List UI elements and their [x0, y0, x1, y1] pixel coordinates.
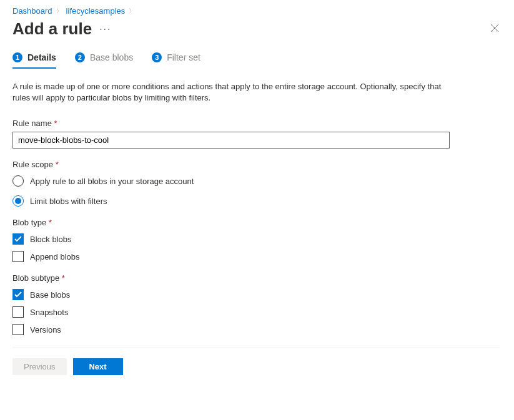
blob-type-option-append[interactable]: Append blobs	[12, 251, 502, 262]
page-description: A rule is made up of one or more conditi…	[12, 81, 450, 104]
page-title: Add a rule	[12, 19, 92, 39]
more-icon[interactable]: ···	[99, 24, 111, 35]
tab-number: 2	[75, 52, 85, 62]
rule-scope-option-filter[interactable]: Limit blobs with filters	[12, 195, 502, 207]
breadcrumb-dashboard[interactable]: Dashboard	[12, 6, 52, 16]
tab-label: Base blobs	[90, 52, 133, 62]
blob-subtype-label: Blob subtype *	[12, 273, 502, 283]
checkbox-icon	[12, 289, 24, 300]
close-icon[interactable]	[488, 21, 502, 37]
rule-scope-field: Rule scope * Apply rule to all blobs in …	[12, 160, 502, 207]
tab-label: Details	[27, 52, 56, 62]
breadcrumb: Dashboard 〉 lifecyclesamples 〉	[12, 6, 502, 16]
rule-name-input[interactable]	[12, 132, 450, 149]
rule-scope-label: Rule scope *	[12, 160, 502, 169]
previous-button[interactable]: Previous	[12, 358, 67, 375]
option-label: Snapshots	[30, 308, 68, 317]
button-row: Previous Next	[12, 358, 502, 375]
option-label: Base blobs	[30, 290, 70, 300]
checkbox-icon	[12, 324, 24, 335]
rule-name-field: Rule name *	[12, 119, 502, 149]
tab-base-blobs[interactable]: 2 Base blobs	[75, 52, 133, 69]
radio-icon	[12, 195, 24, 207]
breadcrumb-lifecyclesamples[interactable]: lifecyclesamples	[66, 6, 126, 16]
tab-number: 1	[12, 52, 22, 62]
checkbox-icon	[12, 251, 24, 262]
blob-subtype-option-snapshots[interactable]: Snapshots	[12, 306, 502, 318]
chevron-right-icon: 〉	[56, 7, 62, 16]
option-label: Block blobs	[30, 235, 71, 244]
option-label: Versions	[30, 325, 61, 335]
chevron-right-icon: 〉	[129, 7, 135, 16]
blob-subtype-field: Blob subtype * Base blobs Snapshots Vers…	[12, 273, 502, 335]
blob-subtype-option-base[interactable]: Base blobs	[12, 289, 502, 300]
option-label: Apply rule to all blobs in your storage …	[30, 177, 194, 186]
blob-type-label: Blob type *	[12, 218, 502, 227]
next-button[interactable]: Next	[73, 358, 123, 375]
option-label: Append blobs	[30, 252, 80, 261]
radio-icon	[12, 175, 24, 187]
tab-number: 3	[152, 52, 162, 62]
divider	[12, 348, 500, 348]
rule-name-label: Rule name *	[12, 119, 502, 128]
option-label: Limit blobs with filters	[30, 197, 107, 206]
tab-filter-set[interactable]: 3 Filter set	[152, 52, 200, 69]
rule-scope-option-all[interactable]: Apply rule to all blobs in your storage …	[12, 175, 502, 187]
wizard-tabs: 1 Details 2 Base blobs 3 Filter set	[12, 52, 502, 69]
checkbox-icon	[12, 233, 24, 245]
checkbox-icon	[12, 306, 24, 318]
blob-type-option-block[interactable]: Block blobs	[12, 233, 502, 245]
blob-type-field: Blob type * Block blobs Append blobs	[12, 218, 502, 262]
tab-label: Filter set	[167, 52, 200, 62]
title-row: Add a rule ···	[12, 19, 502, 39]
blob-subtype-option-versions[interactable]: Versions	[12, 324, 502, 335]
tab-details[interactable]: 1 Details	[12, 52, 56, 69]
